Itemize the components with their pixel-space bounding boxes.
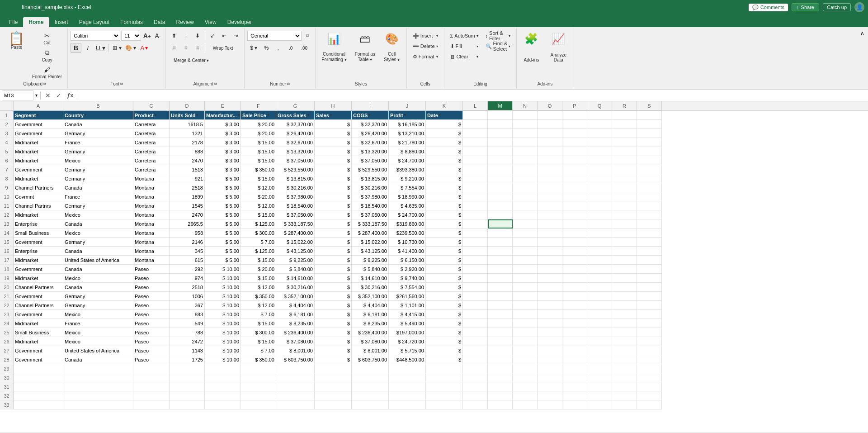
list-item[interactable]: Montana — [133, 256, 170, 265]
list-item[interactable] — [538, 219, 562, 228]
list-item[interactable]: $ 7.00 — [241, 310, 276, 319]
list-item[interactable] — [587, 283, 612, 292]
list-item[interactable]: Mexico — [63, 210, 133, 219]
row-num-33[interactable]: 33 — [0, 400, 14, 409]
decimal-increase-button[interactable]: .0 — [284, 43, 297, 53]
list-item[interactable] — [315, 382, 352, 391]
list-item[interactable]: Carretera — [133, 129, 170, 138]
list-item[interactable]: $ 10.00 — [205, 337, 241, 346]
list-item[interactable]: $ 4,415.00 — [389, 310, 426, 319]
list-item[interactable] — [538, 274, 562, 283]
list-item[interactable]: Germany — [63, 238, 133, 247]
row-num-22[interactable]: 22 — [0, 301, 14, 310]
list-item[interactable] — [463, 183, 488, 192]
list-item[interactable] — [488, 400, 513, 409]
list-item[interactable]: $ 10.00 — [205, 310, 241, 319]
font-increase-button[interactable]: A+ — [142, 31, 152, 41]
cell-c1[interactable]: Product ▾ — [133, 111, 170, 120]
list-item[interactable] — [488, 201, 513, 210]
list-item[interactable] — [488, 364, 513, 373]
list-item[interactable] — [315, 391, 352, 400]
list-item[interactable] — [133, 400, 170, 409]
list-item[interactable] — [513, 319, 538, 328]
list-item[interactable] — [463, 319, 488, 328]
list-item[interactable] — [426, 364, 463, 373]
list-item[interactable] — [538, 174, 562, 183]
list-item[interactable] — [241, 373, 276, 382]
list-item[interactable]: Germany — [63, 201, 133, 210]
list-item[interactable]: 1545 — [170, 201, 205, 210]
row-num-19[interactable]: 19 — [0, 274, 14, 283]
list-item[interactable]: Montana — [133, 174, 170, 183]
cell-k1[interactable]: Date ▾ — [426, 111, 463, 120]
list-item[interactable] — [587, 219, 612, 228]
list-item[interactable] — [538, 147, 562, 156]
list-item[interactable] — [463, 256, 488, 265]
list-item[interactable] — [389, 391, 426, 400]
list-item[interactable] — [637, 210, 662, 219]
list-item[interactable] — [637, 274, 662, 283]
list-item[interactable]: Midmarket — [14, 147, 63, 156]
list-item[interactable] — [612, 373, 637, 382]
list-item[interactable] — [562, 165, 587, 174]
confirm-icon[interactable]: ✓ — [54, 92, 63, 99]
list-item[interactable] — [463, 120, 488, 129]
col-header-n[interactable]: N — [513, 101, 538, 110]
list-item[interactable]: Midmarket — [14, 174, 63, 183]
list-item[interactable] — [587, 400, 612, 409]
list-item[interactable] — [562, 382, 587, 391]
list-item[interactable] — [637, 219, 662, 228]
list-item[interactable] — [133, 364, 170, 373]
list-item[interactable] — [612, 265, 637, 274]
list-item[interactable]: $ 13,815.00 — [352, 174, 389, 183]
list-item[interactable]: $ 15.00 — [241, 319, 276, 328]
list-item[interactable]: $ 529,550.00 — [352, 165, 389, 174]
list-item[interactable]: $ — [426, 283, 463, 292]
list-item[interactable]: 1143 — [170, 346, 205, 355]
list-item[interactable]: Canada — [63, 265, 133, 274]
list-item[interactable]: $ — [426, 265, 463, 274]
list-item[interactable]: $ — [426, 274, 463, 283]
align-center-button[interactable]: ≡ — [180, 43, 191, 53]
list-item[interactable] — [488, 192, 513, 201]
list-item[interactable]: Montana — [133, 228, 170, 238]
list-item[interactable]: $ 37,080.00 — [276, 337, 315, 346]
list-item[interactable]: Germany — [63, 165, 133, 174]
list-item[interactable]: $ 7.00 — [241, 346, 276, 355]
clear-button[interactable]: 🗑 Clear ▾ — [447, 52, 481, 62]
percent-button[interactable]: % — [261, 43, 272, 53]
list-item[interactable] — [612, 382, 637, 391]
list-item[interactable]: $ 5,715.00 — [389, 346, 426, 355]
list-item[interactable]: $ 1,101.00 — [389, 301, 426, 310]
col-header-q[interactable]: Q — [587, 101, 612, 110]
list-item[interactable] — [538, 165, 562, 174]
list-item[interactable] — [538, 265, 562, 274]
list-item[interactable]: $ 10.00 — [205, 292, 241, 301]
list-item[interactable] — [587, 364, 612, 373]
list-item[interactable] — [463, 400, 488, 409]
list-item[interactable] — [205, 391, 241, 400]
tab-insert[interactable]: Insert — [49, 17, 74, 27]
list-item[interactable] — [562, 310, 587, 319]
list-item[interactable] — [538, 238, 562, 247]
borders-button[interactable]: ⊞ ▾ — [111, 43, 123, 53]
list-item[interactable] — [513, 391, 538, 400]
list-item[interactable] — [513, 382, 538, 391]
list-item[interactable]: $ — [426, 256, 463, 265]
list-item[interactable]: $ 37,050.00 — [352, 210, 389, 219]
list-item[interactable] — [463, 373, 488, 382]
list-item[interactable] — [612, 247, 637, 256]
list-item[interactable] — [63, 364, 133, 373]
list-item[interactable] — [612, 165, 637, 174]
cell-q1[interactable] — [587, 111, 612, 120]
list-item[interactable]: $ — [426, 138, 463, 147]
list-item[interactable]: 883 — [170, 310, 205, 319]
list-item[interactable] — [587, 156, 612, 165]
cell-d1[interactable]: Units Sold ▾ — [170, 111, 205, 120]
list-item[interactable]: $ 4,404.00 — [352, 301, 389, 310]
list-item[interactable] — [637, 156, 662, 165]
list-item[interactable] — [562, 174, 587, 183]
list-item[interactable]: Government — [14, 129, 63, 138]
list-item[interactable]: $ — [315, 192, 352, 201]
list-item[interactable]: $ 603,750.00 — [352, 355, 389, 364]
